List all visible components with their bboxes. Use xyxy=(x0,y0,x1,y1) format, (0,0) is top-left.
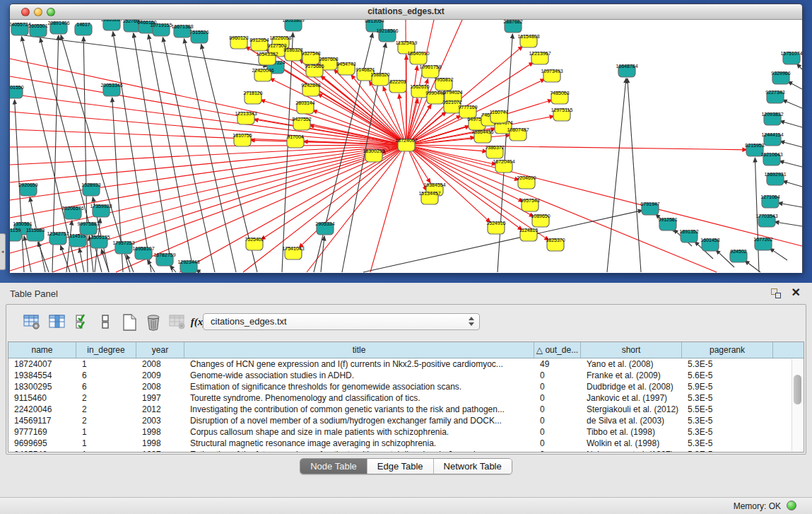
graph-node-label: 17957253 xyxy=(112,240,134,245)
graph-node-label: 2905334 xyxy=(315,221,334,226)
graph-node-label: 1124815 xyxy=(519,228,539,233)
graph-node-label: 9329966 xyxy=(771,71,790,76)
network-window-titlebar[interactable]: citations_edges.txt xyxy=(10,4,802,20)
graph-node-label: 12213967 xyxy=(529,51,551,56)
table-options-icon[interactable] xyxy=(22,313,42,332)
graph-node-label: 10719155 xyxy=(150,23,172,28)
table-cell: 5.5E-5 xyxy=(682,404,773,415)
column-header-title[interactable]: title xyxy=(184,342,534,358)
table-cell: 1998 xyxy=(136,438,184,449)
select-rows-icon[interactable] xyxy=(73,313,93,332)
new-file-icon[interactable] xyxy=(119,313,139,332)
column-header-out_de[interactable]: △ out_de... xyxy=(534,342,581,358)
table-cell: 1 xyxy=(76,438,136,449)
graph-node-label: 10961758 xyxy=(419,64,441,69)
table-row[interactable]: 946554611997Estimation of the future num… xyxy=(8,449,791,452)
column-header-pagerank[interactable]: pagerank xyxy=(682,342,773,358)
table-cell: 2003 xyxy=(136,415,184,426)
scrollbar-thumb[interactable] xyxy=(794,375,801,404)
graph-node-label: 2601550 xyxy=(10,85,24,90)
delete-icon[interactable] xyxy=(143,313,163,332)
column-header-in_degree[interactable]: in_degree xyxy=(76,342,136,358)
table-cell: 49 xyxy=(534,358,581,370)
table-cell: Yano et al. (2008) xyxy=(581,358,682,370)
graph-node-label: 1115683 xyxy=(26,228,45,233)
table-cell: 5.6E-5 xyxy=(682,370,773,381)
memory-indicator-icon xyxy=(787,501,796,510)
table-cell: 2 xyxy=(76,415,136,426)
graph-node-label: 1677202 xyxy=(753,237,772,242)
graph-node-label: 13505135 xyxy=(88,235,110,240)
memory-status-label: Memory: OK xyxy=(734,501,781,511)
graph-node-label: 1825370 xyxy=(546,238,565,243)
clear-selection-icon[interactable] xyxy=(95,313,115,332)
graph-node-label: 9777169 xyxy=(458,105,477,110)
table-row[interactable]: 969969511998Structural magnetic resonanc… xyxy=(8,438,791,449)
table-row[interactable]: 1938455462009Genome-wide association stu… xyxy=(8,370,791,381)
graph-node-label: 10653287 xyxy=(100,20,122,22)
column-header-name[interactable]: name xyxy=(8,342,76,358)
graph-node-label: 8912954 xyxy=(249,37,269,42)
table-cell: Structural magnetic resonance image aver… xyxy=(184,438,534,449)
table-cell: Dudbridge et al. (2008) xyxy=(581,381,682,392)
table-cell: 0 xyxy=(534,438,581,449)
table-selector-dropdown[interactable]: citations_edges.txt xyxy=(203,313,480,330)
table-row[interactable]: 1456911722003Disruption of a novel membe… xyxy=(8,415,791,426)
tab-node-table[interactable]: Node Table xyxy=(300,459,367,474)
table-panel-title: Table Panel xyxy=(10,288,58,299)
graph-node-label: 1621072 xyxy=(442,100,461,105)
vertical-scrollbar[interactable] xyxy=(792,359,803,451)
table-cell: 0 xyxy=(534,415,581,426)
table-row[interactable]: 1830029562008Estimation of significance … xyxy=(8,381,791,392)
graph-node-label: 12342757 xyxy=(47,231,69,236)
graph-node-label: 9327548 xyxy=(301,51,320,56)
table-cell: 6 xyxy=(76,370,136,381)
window-title: citations_edges.txt xyxy=(10,6,802,16)
tab-edge-table[interactable]: Edge Table xyxy=(367,459,434,474)
graph-node-label: 822203 xyxy=(389,79,406,84)
table-cell: 5.3E-5 xyxy=(682,358,773,370)
table-cell: 2 xyxy=(76,392,136,404)
graph-node-label: 9146821 xyxy=(355,67,375,72)
graph-node-label: 1810755 xyxy=(233,133,252,138)
table-row[interactable]: 2242004622012Investigating the contribut… xyxy=(8,404,791,415)
graph-node-label: 2920659 xyxy=(18,182,37,187)
graph-node-label: 7525402 xyxy=(245,237,264,242)
graph-node-label: 22420046 xyxy=(252,68,273,73)
graph-node-label: 16210643 xyxy=(760,152,782,157)
graph-node-label: 14617 xyxy=(76,22,90,27)
column-header-short[interactable]: short xyxy=(581,342,682,358)
graph-node-label: 11325419 xyxy=(396,40,418,45)
table-cell: 0 xyxy=(534,426,581,438)
network-canvas[interactable]: 2405572426055012089140614617106532871527… xyxy=(10,20,802,273)
table-cell: 2012 xyxy=(136,404,184,415)
table-panel: Table Panel ✕ xyxy=(0,283,812,497)
table-header-row: namein_degreeyeartitle△ out_de...shortpa… xyxy=(8,342,804,358)
float-window-icon[interactable] xyxy=(771,288,781,298)
column-header-year[interactable]: year xyxy=(136,342,184,358)
graph-node-label: 18724007 xyxy=(395,138,417,143)
table-cell: 9777169 xyxy=(8,426,76,438)
table-cell: 9465546 xyxy=(8,449,76,452)
graph-node-label: 23864436 xyxy=(471,129,493,134)
graph-node-label: 12093832 xyxy=(761,112,783,117)
table-cell: 2 xyxy=(76,404,136,415)
table-cell: 0 xyxy=(534,381,581,392)
table-cell: 5.3E-5 xyxy=(682,438,773,449)
graph-node-label: 1350561 xyxy=(13,221,32,226)
table-row[interactable]: 1872400712008Changes of HCN gene express… xyxy=(8,358,791,370)
table-row[interactable]: 911546021997Tourette syndrome. Phenomeno… xyxy=(8,392,791,404)
graph-node-label: 10543382 xyxy=(256,52,278,57)
table-row[interactable]: 977716911998Corpus callosum shape and si… xyxy=(8,426,791,438)
graph-node-label: 10807487 xyxy=(507,127,529,132)
tab-network-table[interactable]: Network Table xyxy=(434,459,512,474)
close-panel-icon[interactable]: ✕ xyxy=(792,286,801,299)
graph-node-label: 17541043 xyxy=(282,246,304,251)
graph-node-label: 924502 xyxy=(730,249,746,254)
show-column-icon[interactable] xyxy=(47,313,67,332)
attribute-table: namein_degreeyeartitle△ out_de...shortpa… xyxy=(8,341,804,452)
collapsed-panel-handle-icon[interactable]: ◂ xyxy=(0,233,6,270)
graph-node-label: 18300295 xyxy=(363,148,384,153)
graph-node-label: 18226058 xyxy=(269,35,291,40)
graph-node-label: 7386372 xyxy=(485,145,504,150)
